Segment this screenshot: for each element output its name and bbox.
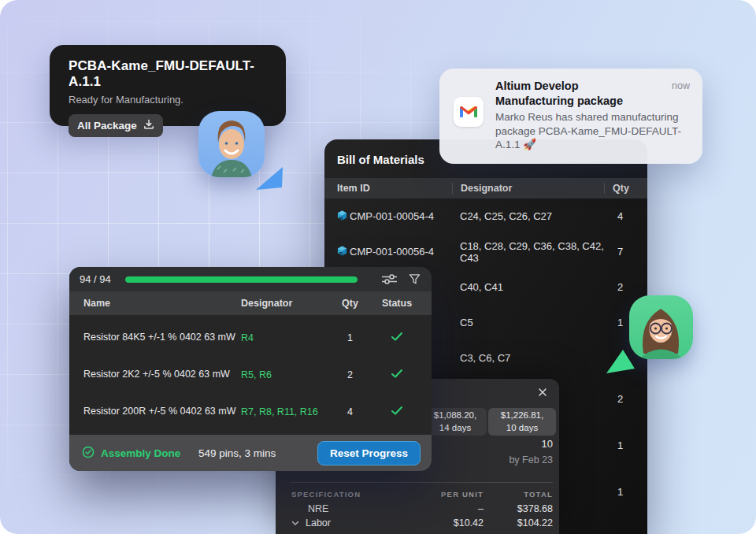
spec-row-per-unit: – bbox=[413, 502, 484, 516]
spec-row-total: $378.68 bbox=[484, 502, 553, 516]
check-icon bbox=[376, 332, 417, 343]
asm-name: Resistor 84K5 +/-1 % 0402 63 mW bbox=[83, 330, 241, 344]
asm-col-qty: Qty bbox=[324, 298, 376, 309]
asm-col-name: Name bbox=[83, 298, 241, 309]
marketing-canvas: Bill of Materials Item ID Designator Qty… bbox=[0, 0, 756, 534]
check-circle-icon bbox=[82, 446, 94, 461]
filter-icon[interactable] bbox=[409, 273, 421, 285]
assembly-footer: Assembly Done 549 pins, 3 mins Reset Pro… bbox=[69, 435, 432, 471]
notification-title: Altium Develop Manufacturing package bbox=[495, 79, 634, 109]
spec-row-name: Labor bbox=[306, 516, 331, 530]
spec-row-total: $104.22 bbox=[484, 516, 553, 530]
bom-header-row: Item ID Designator Qty bbox=[324, 178, 647, 198]
asm-name: Resistor 2K2 +/-5 % 0402 63 mW bbox=[83, 367, 241, 381]
release-title: PCBA-Kame_FMU-DEFAULT-A.1.1 bbox=[69, 58, 267, 90]
bom-col-qty: Qty bbox=[604, 183, 635, 194]
gmail-icon bbox=[454, 97, 484, 127]
bom-qty: 2 bbox=[612, 281, 635, 293]
table-row[interactable]: Resistor 2K2 +/-5 % 0402 63 mW R5, R6 2 bbox=[69, 356, 432, 393]
component-cube-icon: B bbox=[337, 210, 347, 223]
bom-qty: 2 bbox=[612, 393, 635, 405]
bom-designator: C24, C25, C26, C27 bbox=[460, 210, 612, 222]
notification-time: now bbox=[672, 80, 690, 91]
quote-option-price: $1,226.81, bbox=[501, 410, 543, 422]
notification-body: Marko Reus has shared manufacturing pack… bbox=[495, 110, 690, 152]
table-row[interactable]: Resistor 200R +/-5 % 0402 63 mW R7, R8, … bbox=[69, 393, 432, 430]
asm-name: Resistor 200R +/-5 % 0402 63 mW bbox=[83, 404, 241, 418]
bom-qty: 7 bbox=[612, 246, 635, 258]
bom-designator: C18, C28, C29, C36, C38, C42, C43 bbox=[460, 240, 612, 264]
table-row[interactable]: B CMP-001-00054-4 C24, C25, C26, C27 4 bbox=[324, 198, 647, 234]
reset-progress-button[interactable]: Reset Progress bbox=[317, 441, 421, 465]
check-icon bbox=[376, 369, 417, 380]
assembly-counter: 94 / 94 bbox=[80, 273, 122, 285]
svg-text:B: B bbox=[339, 250, 343, 255]
bom-qty: 1 bbox=[612, 486, 635, 498]
bom-col-designator: Designator bbox=[452, 183, 612, 194]
bom-item-id-text: CMP-001-00056-4 bbox=[350, 246, 434, 258]
collaborator-cursor-icon bbox=[256, 167, 284, 195]
divider bbox=[290, 482, 553, 483]
svg-text:B: B bbox=[339, 215, 343, 220]
bom-item-id-text: CMP-001-00054-4 bbox=[350, 210, 434, 222]
quote-due-date: by Feb 23 bbox=[509, 454, 553, 465]
bom-item-id: B CMP-001-00054-4 bbox=[337, 210, 460, 223]
quote-quantity: 10 bbox=[542, 438, 553, 450]
download-icon bbox=[143, 119, 154, 132]
bom-designator: C5 bbox=[460, 317, 612, 328]
spec-row-per-unit: $10.42 bbox=[413, 516, 484, 530]
bom-item-id: B CMP-001-00056-4 bbox=[337, 246, 460, 258]
notification-card[interactable]: now Altium Develop Manufacturing package… bbox=[439, 69, 702, 164]
download-button-label: All Package bbox=[77, 120, 137, 132]
spec-col-per-unit: PER UNIT bbox=[413, 488, 484, 502]
bom-col-item-id: Item ID bbox=[329, 183, 460, 194]
assembly-progress-card: 94 / 94 Name Designator Qty Status Resis… bbox=[69, 267, 432, 471]
bom-qty: 1 bbox=[612, 439, 635, 451]
spec-col-total: TOTAL bbox=[484, 488, 553, 502]
table-row[interactable]: B CMP-001-00056-4 C18, C28, C29, C36, C3… bbox=[324, 234, 647, 269]
avatar bbox=[629, 295, 693, 359]
table-row[interactable]: Resistor 84K5 +/-1 % 0402 63 mW R4 1 bbox=[69, 319, 432, 356]
spec-row-name: NRE bbox=[291, 502, 413, 516]
assembly-status-label: Assembly Done bbox=[101, 447, 180, 459]
assembly-status: Assembly Done bbox=[82, 446, 180, 461]
asm-col-status: Status bbox=[376, 298, 417, 309]
asm-qty: 2 bbox=[324, 369, 376, 380]
asm-col-designator: Designator bbox=[241, 298, 324, 309]
assembly-progress-bar bbox=[125, 276, 358, 283]
quote-option-1-button[interactable]: $1,088.20, 14 days bbox=[424, 408, 487, 436]
asm-designator: R5, R6 bbox=[241, 369, 324, 380]
quote-option-lead-time: 10 days bbox=[506, 422, 538, 435]
asm-designator: R7, R8, R11, R16 bbox=[241, 406, 324, 417]
check-icon bbox=[376, 406, 417, 417]
collaborator-cursor-icon bbox=[606, 350, 636, 378]
assembly-toolbar: 94 / 94 bbox=[69, 267, 432, 291]
bom-qty: 4 bbox=[612, 210, 635, 222]
component-cube-icon: B bbox=[337, 246, 347, 258]
assembly-header-row: Name Designator Qty Status bbox=[69, 291, 432, 315]
all-package-download-button[interactable]: All Package bbox=[69, 114, 163, 137]
assembly-progress-fill bbox=[125, 276, 358, 283]
quote-option-2-button[interactable]: $1,226.81, 10 days bbox=[488, 408, 556, 436]
quote-spec-table: SPECIFICATION PER UNIT TOTAL NRE – $378.… bbox=[276, 488, 559, 530]
bom-designator: C40, C41 bbox=[460, 281, 612, 293]
release-subtitle: Ready for Manufacturing. bbox=[69, 94, 267, 106]
asm-qty: 4 bbox=[324, 406, 376, 417]
assembly-summary: 549 pins, 3 mins bbox=[180, 447, 317, 459]
avatar bbox=[198, 111, 265, 177]
quote-option-lead-time: 14 days bbox=[439, 422, 471, 435]
chevron-down-icon[interactable] bbox=[291, 516, 299, 530]
tune-icon[interactable] bbox=[382, 273, 397, 285]
bom-designator: C3, C6, C7 bbox=[460, 352, 612, 364]
asm-qty: 1 bbox=[324, 332, 376, 343]
assembly-rows: Resistor 84K5 +/-1 % 0402 63 mW R4 1 Res… bbox=[69, 315, 432, 430]
spec-col-specification: SPECIFICATION bbox=[291, 488, 413, 502]
quote-option-price: $1,088.20, bbox=[434, 410, 476, 422]
close-icon[interactable] bbox=[535, 384, 550, 400]
asm-designator: R4 bbox=[241, 332, 324, 343]
